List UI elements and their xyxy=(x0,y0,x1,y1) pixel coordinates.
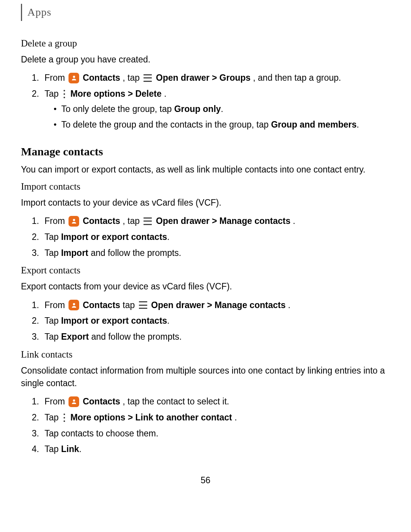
text: From xyxy=(45,216,67,226)
text: . xyxy=(79,444,81,454)
text-bold: More options > Delete xyxy=(70,89,162,99)
list-item: Tap Link. xyxy=(41,443,390,456)
text: , tap the contact to select it. xyxy=(123,396,229,406)
text-bold: Import xyxy=(61,248,88,258)
import-contacts-intro: Import contacts to your device as vCard … xyxy=(21,197,390,209)
text: Tap xyxy=(45,412,61,422)
contacts-icon xyxy=(68,300,79,310)
text-bold: More options > Link to another contact xyxy=(70,412,232,422)
text-bold: Open drawer > Manage contacts xyxy=(151,300,285,310)
list-item: To only delete the group, tap Group only… xyxy=(52,102,390,116)
text-bold: Export xyxy=(61,332,89,342)
text: . xyxy=(164,89,166,99)
text: Tap xyxy=(45,332,61,342)
text-bold: Import or export contacts xyxy=(61,316,167,326)
text: and follow the prompts. xyxy=(89,332,182,342)
list-item: Tap More options > Delete . To only dele… xyxy=(41,87,390,132)
text: Tap xyxy=(45,232,61,242)
page-number: 56 xyxy=(21,475,390,486)
drawer-icon xyxy=(143,217,152,225)
text: From xyxy=(45,73,67,83)
export-contacts-intro: Export contacts from your device as vCar… xyxy=(21,280,390,293)
text: . xyxy=(167,232,169,242)
link-contacts-steps: From Contacts , tap the contact to selec… xyxy=(21,395,390,456)
text-bold: Open drawer > Groups xyxy=(156,73,251,83)
text: From xyxy=(45,396,67,406)
delete-group-title: Delete a group xyxy=(21,38,390,49)
text-bold: Link xyxy=(61,444,79,454)
text: Tap xyxy=(45,248,61,258)
more-options-icon xyxy=(62,90,66,98)
export-contacts-steps: From Contacts tap Open drawer > Manage c… xyxy=(21,299,390,344)
text: . xyxy=(167,316,169,326)
text: . xyxy=(234,412,237,422)
list-item: Tap Import or export contacts. xyxy=(41,230,390,244)
list-item: Tap More options > Link to another conta… xyxy=(41,411,390,425)
document-page: Apps Delete a group Delete a group you h… xyxy=(0,0,411,497)
text: , and then tap a group. xyxy=(253,73,341,83)
text-bold: Group and members xyxy=(271,120,357,129)
contacts-icon xyxy=(68,73,79,83)
text-bold: Group only xyxy=(174,104,221,114)
text: and follow the prompts. xyxy=(88,248,181,258)
drawer-icon xyxy=(143,74,152,82)
export-contacts-title: Export contacts xyxy=(21,265,390,276)
text: , tap xyxy=(123,216,142,226)
list-item: Tap contacts to choose them. xyxy=(41,427,390,441)
list-item: From Contacts tap Open drawer > Manage c… xyxy=(41,299,390,312)
text-bold: Contacts xyxy=(83,216,120,226)
manage-contacts-title: Manage contacts xyxy=(21,145,390,158)
text-bold: Contacts xyxy=(83,300,120,310)
text-bold: Contacts xyxy=(83,396,120,406)
text-bold: Open drawer > Manage contacts xyxy=(156,216,290,226)
list-item: Tap Export and follow the prompts. xyxy=(41,330,390,344)
text: Tap xyxy=(45,444,61,454)
text: . xyxy=(288,300,290,310)
list-item: From Contacts , tap the contact to selec… xyxy=(41,395,390,409)
sub-list: To only delete the group, tap Group only… xyxy=(45,102,390,131)
link-contacts-intro: Consolidate contact information from mul… xyxy=(21,364,390,390)
delete-group-intro: Delete a group you have created. xyxy=(21,53,390,66)
contacts-icon xyxy=(68,396,79,407)
text: . xyxy=(293,216,295,226)
delete-group-steps: From Contacts , tap Open drawer > Groups… xyxy=(21,71,390,132)
text-bold: Import or export contacts xyxy=(61,232,167,242)
text: Tap xyxy=(45,316,61,326)
text: . xyxy=(221,104,223,114)
text: , tap xyxy=(123,73,142,83)
link-contacts-title: Link contacts xyxy=(21,349,390,360)
text: To delete the group and the contacts in … xyxy=(61,120,271,129)
text: . xyxy=(357,120,359,129)
svg-point-3 xyxy=(73,399,75,402)
svg-point-1 xyxy=(73,219,75,221)
text: tap xyxy=(123,300,137,310)
list-item: To delete the group and the contacts in … xyxy=(52,118,390,132)
contacts-icon xyxy=(68,216,79,227)
manage-contacts-intro: You can import or export contacts, as we… xyxy=(21,163,390,176)
text: To only delete the group, tap xyxy=(61,104,174,114)
list-item: Tap Import and follow the prompts. xyxy=(41,246,390,260)
text-bold: Contacts xyxy=(83,73,120,83)
text: Tap xyxy=(45,89,61,99)
more-options-icon xyxy=(62,414,66,422)
section-header: Apps xyxy=(21,4,390,21)
text: From xyxy=(45,300,67,310)
import-contacts-title: Import contacts xyxy=(21,181,390,192)
svg-point-0 xyxy=(73,76,75,78)
import-contacts-steps: From Contacts , tap Open drawer > Manage… xyxy=(21,214,390,260)
list-item: From Contacts , tap Open drawer > Groups… xyxy=(41,71,390,85)
drawer-icon xyxy=(139,301,147,309)
svg-point-2 xyxy=(73,303,75,305)
list-item: Tap Import or export contacts. xyxy=(41,314,390,328)
list-item: From Contacts , tap Open drawer > Manage… xyxy=(41,214,390,228)
